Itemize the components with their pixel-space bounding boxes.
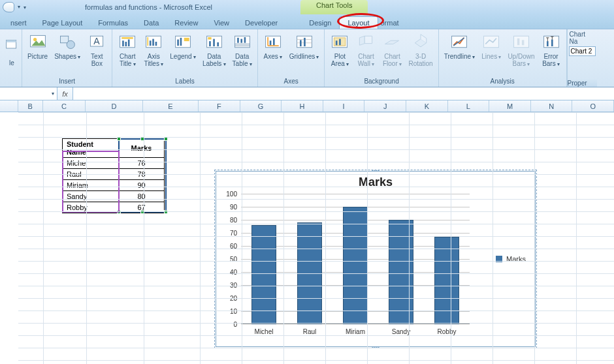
column-header[interactable]: C <box>43 100 86 112</box>
formula-bar: fx <box>0 87 614 100</box>
lines-button[interactable]: Lines <box>479 31 504 62</box>
select-all-corner[interactable] <box>0 100 18 112</box>
tab-review[interactable]: Review <box>167 17 206 29</box>
y-tick: 0 <box>221 321 237 328</box>
picture-button[interactable]: Picture <box>25 31 50 61</box>
axes-button[interactable]: Axes <box>261 31 285 62</box>
rotation-button[interactable]: 3-D Rotation <box>406 31 435 68</box>
plot-area-icon <box>330 32 349 52</box>
updown-icon <box>511 32 531 52</box>
column-header[interactable]: E <box>143 100 199 112</box>
data-labels-icon <box>204 32 224 52</box>
text-box-button[interactable]: A Text Box <box>84 31 109 68</box>
worksheet-grid[interactable]: Student Name Marks Michel76 Raul78 Miria… <box>0 112 614 364</box>
tab-developer[interactable]: Developer <box>237 17 285 29</box>
data-table-button[interactable]: Data Table <box>230 31 255 69</box>
tab-layout[interactable]: Layout <box>339 16 378 29</box>
shapes-icon <box>57 32 77 52</box>
column-header[interactable]: J <box>364 100 406 112</box>
svg-rect-23 <box>209 41 211 46</box>
ribbon-group-analysis: Trendline Lines Up/Down Bars Error Bars … <box>439 29 567 87</box>
svg-rect-25 <box>217 42 219 46</box>
column-header[interactable]: K <box>406 100 448 112</box>
column-header[interactable]: M <box>489 100 531 112</box>
svg-point-5 <box>67 40 74 48</box>
x-tick-label: Michel <box>244 328 283 335</box>
chart-name-input[interactable]: Chart 2 <box>569 46 596 56</box>
rotation-icon <box>411 32 430 52</box>
ribbon-tabs: nsert Page Layout Formulas Data Review V… <box>0 14 614 29</box>
legend-button[interactable]: Legend <box>167 31 199 62</box>
name-box[interactable] <box>0 87 57 100</box>
tab-formulas[interactable]: Formulas <box>90 17 136 29</box>
fx-icon[interactable]: fx <box>57 87 73 100</box>
chart-bar[interactable] <box>343 207 368 324</box>
svg-rect-21 <box>184 38 189 41</box>
y-tick: 80 <box>221 217 237 224</box>
table-header-name[interactable]: Student Name <box>63 139 119 158</box>
formula-input[interactable] <box>73 87 614 100</box>
chart-wall-button[interactable]: Chart Wall <box>353 31 378 69</box>
chart-floor-button[interactable]: Chart Floor <box>380 31 404 69</box>
tab-data[interactable]: Data <box>136 17 167 29</box>
trendline-button[interactable]: Trendline <box>442 31 478 62</box>
updown-bars-button[interactable]: Up/Down Bars <box>505 31 537 69</box>
tab-insert[interactable]: nsert <box>3 17 34 29</box>
x-tick-label: Miriam <box>336 328 375 335</box>
chart-wall-icon <box>356 32 376 52</box>
chart-bar[interactable] <box>389 220 413 324</box>
column-header[interactable]: L <box>448 100 490 112</box>
gridlines-button[interactable]: Gridlines <box>287 31 322 62</box>
column-header[interactable]: G <box>240 100 282 112</box>
column-header[interactable]: O <box>572 100 614 112</box>
shapes-button[interactable]: Shapes <box>52 31 83 62</box>
svg-rect-10 <box>122 40 124 46</box>
svg-rect-19 <box>177 40 179 46</box>
x-tick-label: Raul <box>290 328 329 335</box>
column-header[interactable]: D <box>86 100 142 112</box>
title-bar: ▾ formulas and functions - Microsoft Exc… <box>0 0 614 14</box>
qat-menu-icon[interactable] <box>3 2 14 12</box>
chart-name-label: Chart Na <box>568 29 597 46</box>
svg-rect-51 <box>517 38 520 46</box>
svg-rect-30 <box>244 37 246 43</box>
table-header-marks[interactable]: Marks <box>119 139 165 158</box>
embedded-chart[interactable]: Marks 0102030405060708090100MichelRaulMi… <box>216 171 536 347</box>
chart-title-button[interactable]: Chart Title <box>115 31 140 69</box>
tab-design[interactable]: Design <box>301 17 339 29</box>
tab-view[interactable]: View <box>206 17 237 29</box>
axis-titles-button[interactable]: Axis Titles <box>141 31 166 69</box>
lines-icon <box>481 32 501 52</box>
plot-area[interactable]: 0102030405060708090100MichelRaulMiriamSa… <box>241 194 470 324</box>
plot-area-button[interactable]: Plot Area <box>327 31 352 69</box>
y-tick: 90 <box>221 204 237 211</box>
svg-rect-11 <box>125 42 127 46</box>
y-tick: 100 <box>221 190 237 198</box>
svg-rect-1 <box>7 40 16 42</box>
data-labels-button[interactable]: Data Labels <box>200 31 229 69</box>
svg-text:A: A <box>94 36 101 46</box>
column-header[interactable]: B <box>18 100 43 112</box>
svg-rect-50 <box>514 36 529 48</box>
tab-page-layout[interactable]: Page Layout <box>34 17 90 29</box>
column-header[interactable]: H <box>282 100 323 112</box>
svg-rect-9 <box>122 37 134 39</box>
svg-rect-41 <box>300 40 302 46</box>
svg-rect-46 <box>340 39 342 46</box>
legend-icon <box>173 32 193 52</box>
column-header[interactable]: I <box>323 100 365 112</box>
current-selection-button[interactable]: le <box>3 31 21 68</box>
column-header[interactable]: N <box>531 100 573 112</box>
chart-bar[interactable] <box>251 225 276 324</box>
table-row: Michel76 <box>63 158 165 169</box>
tab-format[interactable]: ormat <box>378 17 407 29</box>
chart-title-icon <box>118 32 137 52</box>
svg-rect-26 <box>208 37 211 40</box>
error-bars-button[interactable]: Error Bars <box>539 31 564 69</box>
chart-legend[interactable]: Marks <box>496 255 526 263</box>
column-header[interactable]: F <box>199 100 240 112</box>
svg-rect-57 <box>551 40 553 47</box>
ribbon-group-insert: Picture Shapes A Text Box Insert <box>22 29 112 87</box>
y-tick: 10 <box>221 308 237 315</box>
error-bars-icon <box>541 32 561 52</box>
